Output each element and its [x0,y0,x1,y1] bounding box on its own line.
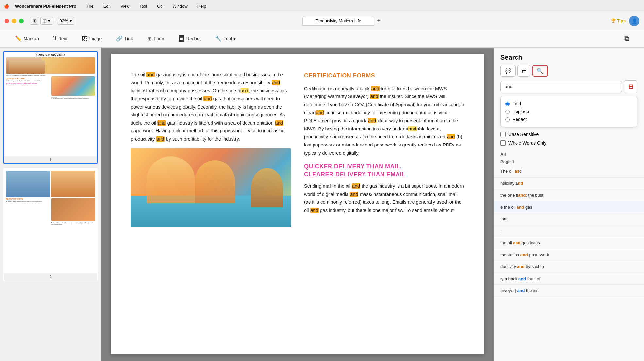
redact-label: Redact [512,117,527,122]
search-header: Search 💬 ⇄ 🔍 ⊟ [494,48,644,96]
tool-menu-button[interactable]: 🔧 Tool ▾ [208,33,243,44]
panel-view-button[interactable]: ◫ ▾ [40,17,53,25]
thumb-2-page-num: 2 [4,273,97,281]
thumb-1-title: PROMOTE PRODUCTIVITY [6,54,95,56]
replace-mode-tab[interactable]: ⇄ [517,65,530,77]
cert-forms-title: CERTIFICATION FORMS [304,71,464,81]
pdf-paragraph-1: The oil and gas industry is one of the m… [131,71,291,143]
menu-go[interactable]: Go [155,3,164,9]
tips-button[interactable]: 🏆 Tips [611,18,626,23]
quick-text-4: gas industry, but there is one major fla… [319,208,454,213]
search-results-list: All Page 1 The oil and nsibility and the… [494,150,644,361]
redact-radio[interactable] [505,117,510,122]
avatar[interactable]: 👤 [629,16,639,26]
grid-view-button[interactable]: ⊞ [30,17,39,25]
menu-file[interactable]: File [85,3,95,9]
redact-tool-button[interactable]: ■ Redact [172,33,208,44]
tips-label: Tips [617,18,626,23]
result-item-2[interactable]: nsibility and [494,178,644,190]
result-item-5[interactable]: that [494,213,644,225]
tips-icon: 🏆 [611,18,617,23]
menu-edit[interactable]: Edit [101,3,112,9]
quick-and-3: and [310,208,319,213]
search-mode-tab[interactable]: 🔍 [532,65,548,77]
form-tool-button[interactable]: ⊞ Form [140,33,172,44]
result-item-1[interactable]: The oil and [494,165,644,178]
pdf-text-1f: gas industry is littered with a sea of d… [166,120,275,126]
menu-window[interactable]: Window [170,3,189,9]
result-item-7[interactable]: the oil and gas indus [494,237,644,249]
thumb-2-bottom: RELAXATION WITHIN As the text is read to… [6,198,95,226]
result-item-10[interactable]: ly a back and forth of [494,273,644,285]
redact-option[interactable]: Redact [505,115,633,123]
whole-words-label: Whole Words Only [508,140,546,146]
whole-words-option[interactable]: Whole Words Only [500,139,637,147]
quick-paragraph: Sending mail in the oil and the gas indu… [304,182,464,215]
search-panel: Search 💬 ⇄ 🔍 ⊟ Find Replace [494,48,644,361]
replace-option[interactable]: Replace [505,108,633,115]
result-item-3[interactable]: the one hand; the bust [494,189,644,201]
panel-toggle-button[interactable]: ⧉ [617,32,636,45]
menu-view[interactable]: View [118,3,131,9]
link-tool-button[interactable]: 🔗 Link [109,33,140,44]
apple-menu-icon[interactable]: 🍎 [4,4,9,9]
text-label: Text [59,36,68,41]
thumbnail-page-1[interactable]: PROMOTE PRODUCTIVITY The oil and gas ind… [3,51,98,164]
case-sensitive-checkbox[interactable] [500,132,506,137]
search-filter-button[interactable]: ⊟ [624,80,637,93]
thumb-2-right-img [51,171,95,197]
quick-text-1: Sending mail in the oil [304,183,352,189]
cert-and-1: and [371,86,380,91]
result-text-7b: gas indus [520,240,540,245]
result-item-6[interactable]: , [494,225,644,237]
image-tool-button[interactable]: 🖼 Image [75,33,109,44]
pdf-right-column: CERTIFICATION FORMS Certification is gen… [304,71,464,338]
thumb-1-bottom-img [51,76,95,96]
maximize-button[interactable] [19,19,24,23]
search-options-popup: Find Replace Redact [500,96,637,127]
cert-and-6: and [447,134,455,139]
pdf-and-highlight-3: and [203,96,212,101]
find-radio[interactable] [505,102,510,106]
close-button[interactable] [5,19,9,23]
pdf-beach-image [131,148,291,227]
thumb-1-page-num: 1 [4,156,97,163]
find-option[interactable]: Find [505,100,633,108]
search-input[interactable] [500,81,622,92]
zoom-chevron-icon: ▾ [70,18,72,23]
text-tool-button[interactable]: T Text [46,32,75,44]
replace-label: Replace [512,109,529,114]
toolbar: ✏️ Markup T Text 🖼 Image 🔗 Link ⊞ Form ■… [0,29,644,48]
search-input-row: ⊟ [500,80,637,93]
minimize-button[interactable] [12,19,16,23]
whole-words-checkbox[interactable] [500,140,506,146]
add-tab-button[interactable]: + [374,17,383,24]
markup-tool-button[interactable]: ✏️ Markup [8,33,46,44]
result-and-3: and [518,193,526,198]
thumb-1-cert-text: Certification is generally a back and fo… [6,80,50,82]
pdf-page: The oil and gas industry is one of the m… [111,54,484,354]
result-text-6: , [500,229,502,233]
cert-and-5: and [408,126,416,131]
thumbnail-page-2[interactable]: RELAXATION WITHIN As the text is read to… [3,168,98,281]
zoom-selector[interactable]: 92% ▾ [57,17,75,25]
result-item-9[interactable]: ductivity and by such p [494,261,644,273]
content-area: The oil and gas industry is one of the m… [101,48,494,361]
thumb-2-right-img2 [51,198,95,221]
form-icon: ⊞ [147,36,152,42]
view-toggle: ⊞ ◫ ▾ [30,17,53,25]
menu-tool[interactable]: Tool [137,3,149,9]
result-item-4[interactable]: e the oil and gas [494,201,644,214]
menubar: 🍎 Wondershare PDFelement Pro File Edit V… [0,0,644,12]
pdf-left-column: The oil and gas industry is one of the m… [131,71,291,338]
comment-mode-tab[interactable]: 💬 [500,65,516,77]
tab-bar: Productivity Modern Life + [79,16,607,26]
result-item-8[interactable]: mentation and paperwork [494,249,644,261]
replace-radio[interactable] [505,110,510,114]
document-tab[interactable]: Productivity Modern Life [302,16,374,26]
result-text-8b: paperwork [528,252,549,257]
menu-help[interactable]: Help [195,3,208,9]
case-sensitive-option[interactable]: Case Sensitive [500,130,637,139]
result-item-11[interactable]: urveyor) and the ins [494,285,644,297]
result-text-7a: the oil [500,240,513,245]
